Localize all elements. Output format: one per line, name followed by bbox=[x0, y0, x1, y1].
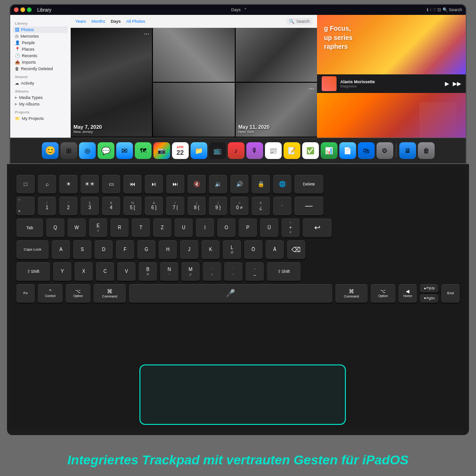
more-button-2[interactable]: ··· bbox=[309, 85, 314, 92]
key-6[interactable]: & 6 ] bbox=[144, 196, 164, 216]
key-shift-left[interactable]: ⇧Shift bbox=[16, 262, 51, 281]
dock-news[interactable]: 📰 bbox=[265, 142, 282, 159]
sidebar-item-photos[interactable]: 🖼 Photos bbox=[13, 26, 68, 33]
dock-settings[interactable]: ⚙ bbox=[377, 142, 393, 159]
key-star[interactable]: * + # bbox=[281, 218, 300, 238]
key-0[interactable]: = 0 ≠ bbox=[230, 196, 249, 216]
key-space[interactable]: 🎤 bbox=[128, 284, 333, 303]
dock-notes[interactable]: 📝 bbox=[284, 142, 300, 159]
play-button[interactable]: ▶ bbox=[445, 80, 449, 87]
key-minus[interactable]: – _ bbox=[245, 262, 264, 281]
dock-podcasts[interactable]: 🎙 bbox=[246, 142, 263, 159]
key-angle-bracket[interactable]: > < bbox=[16, 196, 35, 216]
key-3[interactable]: § 3 bbox=[80, 196, 99, 216]
key-option-left[interactable]: ⌥ Option bbox=[65, 284, 91, 303]
key-t[interactable]: T bbox=[131, 218, 151, 238]
dock-launchpad[interactable]: ⊞ bbox=[60, 142, 77, 159]
key-prev-track[interactable]: ⏮ bbox=[123, 174, 142, 194]
dock-maps[interactable]: 🗺 bbox=[135, 142, 152, 159]
key-command-left[interactable]: ⌘ Command bbox=[93, 284, 126, 303]
photo-cell-2[interactable] bbox=[153, 28, 234, 82]
key-d[interactable]: D bbox=[94, 240, 113, 259]
key-w[interactable]: W bbox=[67, 218, 86, 238]
key-shift-right[interactable]: ⇧Shift bbox=[266, 262, 301, 281]
key-f[interactable]: F bbox=[115, 240, 135, 259]
key-tab[interactable]: Tab bbox=[16, 218, 44, 238]
dock-reminders[interactable]: ✅ bbox=[302, 142, 319, 159]
key-search[interactable]: ⌕ bbox=[37, 174, 57, 194]
toolbar-days[interactable]: Days bbox=[111, 19, 121, 24]
key-m[interactable]: M μ bbox=[181, 262, 200, 281]
key-n[interactable]: N ~ bbox=[159, 262, 179, 281]
key-dash[interactable]: — bbox=[294, 196, 324, 216]
key-j[interactable]: J bbox=[179, 240, 199, 259]
next-button[interactable]: ▶▶ bbox=[453, 80, 461, 87]
key-command-right[interactable]: ⌘ Command bbox=[335, 284, 368, 303]
sidebar-item-my-albums[interactable]: ▶ My Albums bbox=[13, 101, 68, 107]
key-screen[interactable]: ▭ bbox=[101, 174, 121, 194]
key-end[interactable]: End bbox=[441, 284, 460, 303]
dock-store[interactable]: 🛍 bbox=[358, 142, 375, 159]
key-v[interactable]: V bbox=[117, 262, 136, 281]
photo-cell-main[interactable]: May 7, 2020 New Jersey ··· bbox=[71, 28, 152, 137]
key-caps-lock[interactable]: Caps Lock bbox=[16, 240, 49, 259]
dock-finder-2[interactable]: 🖥 bbox=[399, 142, 416, 159]
dock-messages[interactable]: 💬 bbox=[98, 142, 114, 159]
key-b[interactable]: B ⊛ bbox=[138, 262, 158, 281]
sidebar-item-recents[interactable]: 🕐 Recents bbox=[13, 53, 68, 59]
key-s[interactable]: S bbox=[73, 240, 92, 259]
dock-charts[interactable]: 📊 bbox=[321, 142, 337, 159]
sidebar-item-activity[interactable]: ☁ Activity bbox=[13, 80, 68, 86]
key-e[interactable]: E ε bbox=[88, 218, 108, 238]
key-a[interactable]: A bbox=[51, 240, 71, 259]
key-9[interactable]: ) 9 } bbox=[208, 196, 228, 216]
toolbar-months[interactable]: Months bbox=[92, 19, 106, 24]
key-2[interactable]: " 2 bbox=[59, 196, 78, 216]
key-ue[interactable]: Ü bbox=[259, 218, 279, 238]
key-vol-down[interactable]: 🔉 bbox=[208, 174, 228, 194]
dock-finder[interactable]: 😊 bbox=[42, 142, 59, 159]
key-l[interactable]: L @ bbox=[222, 240, 242, 259]
key-play-pause[interactable]: ⏯ bbox=[144, 174, 164, 194]
key-mute[interactable]: 🔇 bbox=[187, 174, 206, 194]
sidebar-item-places[interactable]: 📍 Places bbox=[13, 46, 68, 53]
sidebar-item-media-types[interactable]: ▶ Media Types bbox=[13, 94, 68, 101]
key-backtick[interactable]: ´ ` bbox=[272, 196, 292, 216]
key-8[interactable]: ( 8 { bbox=[187, 196, 206, 216]
sidebar-item-my-projects[interactable]: 📁 My Projects bbox=[13, 115, 68, 122]
key-pgdn[interactable]: ▼PgDn bbox=[419, 294, 439, 303]
dock-photos[interactable]: 📷 bbox=[153, 142, 170, 159]
toolbar-all[interactable]: All Photos bbox=[126, 19, 145, 24]
key-g[interactable]: G bbox=[137, 240, 156, 259]
sidebar-item-people[interactable]: 👤 People bbox=[13, 40, 68, 46]
key-c[interactable]: C bbox=[95, 262, 115, 281]
key-lock[interactable]: 🔒 bbox=[251, 174, 271, 194]
dock-music[interactable]: ♪ bbox=[228, 142, 245, 159]
fullscreen-button[interactable] bbox=[27, 7, 32, 12]
key-fn[interactable]: Fn bbox=[16, 284, 35, 303]
key-4[interactable]: $ 4 bbox=[101, 196, 121, 216]
key-i[interactable]: I bbox=[195, 218, 215, 238]
key-z[interactable]: Z bbox=[152, 218, 172, 238]
key-enter[interactable]: ↩ bbox=[302, 218, 332, 238]
key-control[interactable]: ^ Control bbox=[37, 284, 63, 303]
dock-tv[interactable]: 📺 bbox=[209, 142, 226, 159]
key-h[interactable]: H bbox=[158, 240, 178, 259]
key-delete[interactable]: Delete bbox=[294, 174, 324, 194]
trackpad[interactable] bbox=[139, 364, 346, 425]
key-brightness-high[interactable]: ☀☀ bbox=[80, 174, 99, 194]
key-u[interactable]: U bbox=[174, 218, 193, 238]
dock-mail[interactable]: ✉ bbox=[116, 142, 133, 159]
key-ae[interactable]: Ä bbox=[265, 240, 284, 259]
key-square[interactable]: □ bbox=[16, 174, 35, 194]
key-oe[interactable]: Ö bbox=[244, 240, 263, 259]
key-next-track[interactable]: ⏭ bbox=[165, 174, 185, 194]
dock-calendar[interactable]: APR 22 bbox=[172, 142, 189, 159]
dock-siri[interactable]: ◎ bbox=[79, 142, 96, 159]
photo-cell-3[interactable] bbox=[236, 28, 317, 82]
close-button[interactable] bbox=[14, 7, 19, 12]
dock-files[interactable]: 📁 bbox=[191, 142, 207, 159]
key-5[interactable]: % 5 [ bbox=[123, 196, 142, 216]
key-k[interactable]: K bbox=[201, 240, 220, 259]
key-vol-up[interactable]: 🔊 bbox=[230, 174, 249, 194]
